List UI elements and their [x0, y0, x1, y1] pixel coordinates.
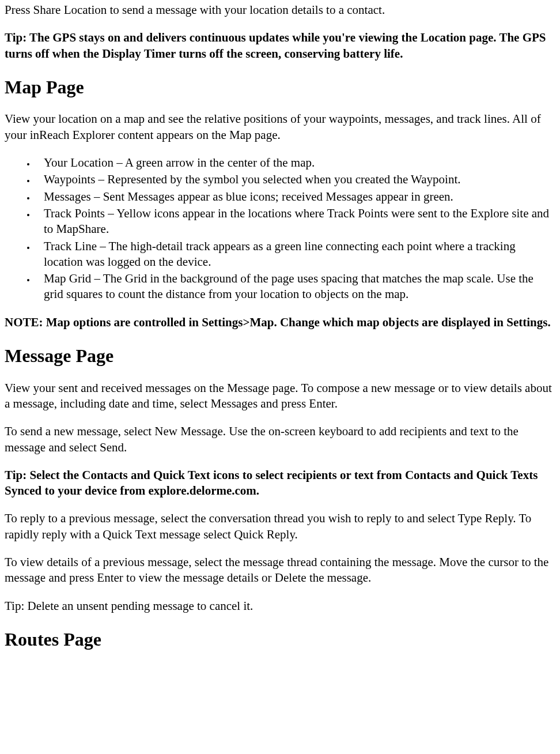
paragraph-view-details: To view details of a previous message, s…: [5, 555, 555, 586]
paragraph-new-message: To send a new message, select New Messag…: [5, 424, 555, 455]
tip-gps: Tip: The GPS stays on and delivers conti…: [5, 30, 555, 62]
list-item: Track Points – Yellow icons appear in th…: [36, 206, 555, 237]
list-item: Your Location – A green arrow in the cen…: [36, 155, 555, 171]
tip-contacts-quicktext: Tip: Select the Contacts and Quick Text …: [5, 468, 555, 499]
heading-message-page: Message Page: [5, 344, 555, 368]
paragraph-share-location: Press Share Location to send a message w…: [5, 2, 555, 18]
heading-map-page: Map Page: [5, 76, 555, 100]
paragraph-message-intro: View your sent and received messages on …: [5, 380, 555, 412]
list-item: Track Line – The high-detail track appea…: [36, 239, 555, 270]
list-item: Map Grid – The Grid in the background of…: [36, 271, 555, 303]
paragraph-map-intro: View your location on a map and see the …: [5, 111, 555, 143]
list-item: Messages – Sent Messages appear as blue …: [36, 189, 555, 205]
note-map-options: NOTE: Map options are controlled in Sett…: [5, 315, 555, 330]
map-items-list: Your Location – A green arrow in the cen…: [5, 155, 555, 303]
list-item: Waypoints – Represented by the symbol yo…: [36, 172, 555, 187]
heading-routes-page: Routes Page: [5, 628, 555, 652]
tip-delete-unsent: Tip: Delete an unsent pending message to…: [5, 598, 555, 614]
paragraph-reply: To reply to a previous message, select t…: [5, 511, 555, 542]
